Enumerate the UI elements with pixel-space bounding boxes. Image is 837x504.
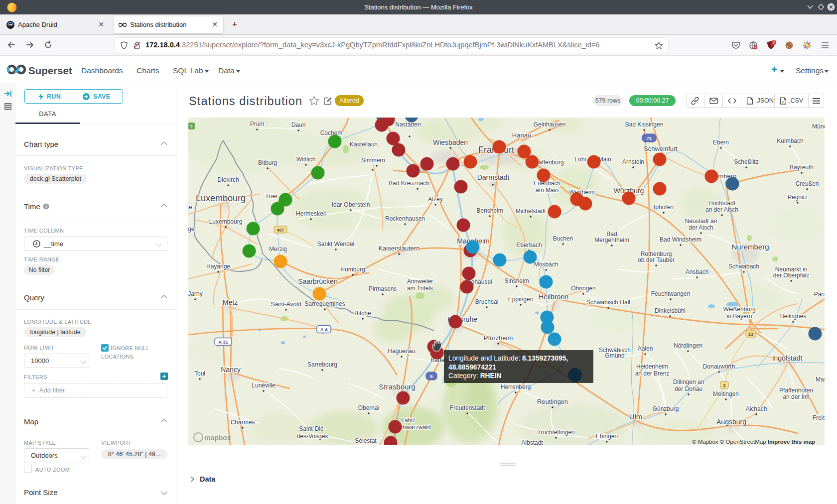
svg-text:an der Aisch: an der Aisch	[705, 206, 738, 213]
svg-text:Kaiserslautern: Kaiserslautern	[378, 245, 419, 252]
svg-text:© Mapbox © OpenStreetMap Impro: © Mapbox © OpenStreetMap Improve this ma…	[692, 439, 815, 445]
svg-text:Haguenau: Haguenau	[388, 348, 415, 355]
svg-text:Hanau: Hanau	[512, 131, 531, 139]
svg-text:Bad Windsheim: Bad Windsheim	[660, 236, 701, 243]
svg-text:Lahr/: Lahr/	[401, 417, 415, 424]
svg-text:71: 71	[647, 135, 652, 141]
svg-text:Freudenstadt: Freudenstadt	[450, 404, 485, 411]
svg-text:Daun: Daun	[291, 122, 306, 128]
svg-text:Rockenhausen: Rockenhausen	[385, 215, 425, 222]
svg-text:Bensheim: Bensheim	[476, 207, 503, 214]
svg-text:Schwäbisch Hall: Schwäbisch Hall	[586, 299, 630, 306]
svg-text:Pegnitz: Pegnitz	[788, 194, 808, 201]
svg-text:Eberbach: Eberbach	[516, 242, 542, 249]
svg-text:Prüm: Prüm	[250, 121, 265, 127]
svg-text:Longitude and Latitude: 8.1359: Longitude and Latitude: 8.1359273095,	[448, 355, 568, 362]
svg-text:am Main: am Main	[536, 187, 558, 194]
svg-text:407: 407	[277, 228, 284, 233]
svg-text:Mainburg: Mainburg	[816, 376, 825, 383]
svg-text:5: 5	[190, 124, 193, 128]
svg-text:der Oberpfalz: der Oberpfalz	[773, 272, 810, 279]
svg-text:Dinkelsbühl: Dinkelsbühl	[655, 307, 686, 314]
svg-text:Meitingen: Meitingen	[713, 390, 739, 397]
svg-text:Sarreguemines: Sarreguemines	[304, 300, 345, 307]
svg-text:Ansbach: Ansbach	[686, 268, 709, 275]
svg-text:Herrenberg: Herrenberg	[501, 383, 531, 390]
svg-text:Sinsheim: Sinsheim	[504, 277, 529, 284]
svg-text:der Donau: der Donau	[675, 385, 702, 392]
svg-text:x: x	[782, 100, 784, 104]
svg-text:Buchen: Buchen	[553, 235, 573, 242]
svg-text:mapbox: mapbox	[204, 434, 231, 442]
svg-text:Toul: Toul	[194, 370, 205, 377]
svg-text:Hermeskeil: Hermeskeil	[296, 210, 326, 217]
svg-text:Trochtelfingen: Trochtelfingen	[537, 429, 575, 436]
svg-text:Höchstadt: Höchstadt	[708, 200, 736, 207]
svg-text:Strasbourg: Strasbourg	[379, 382, 415, 391]
svg-text:Mergentheim: Mergentheim	[594, 237, 629, 244]
svg-text:Arnstein: Arnstein	[622, 158, 644, 165]
svg-text:Reutlingen: Reutlingen	[537, 398, 568, 405]
svg-text:Eppingen: Eppingen	[508, 296, 534, 303]
svg-text:Wittlich: Wittlich	[296, 156, 316, 163]
svg-text:Gelnhausen: Gelnhausen	[534, 121, 566, 128]
svg-text:13: 13	[748, 332, 753, 337]
svg-text:Ebern: Ebern	[713, 139, 729, 146]
svg-text:Heilbronn: Heilbronn	[539, 293, 568, 301]
svg-text:Ehingen: Ehingen	[596, 433, 618, 440]
svg-text:Hayange: Hayange	[206, 263, 230, 270]
svg-text:Aalen: Aalen	[638, 345, 653, 352]
svg-text:Ingolstadt: Ingolstadt	[772, 354, 803, 362]
svg-text:5: 5	[430, 374, 433, 379]
svg-text:Michelstadt: Michelstadt	[516, 208, 546, 215]
svg-text:an der Brenz: an der Brenz	[635, 370, 670, 377]
svg-text:Nancy: Nancy	[221, 366, 241, 374]
svg-text:Merzig: Merzig	[269, 246, 287, 252]
svg-text:Pirmasens: Pirmasens	[369, 285, 397, 292]
svg-text:in Bayern: in Bayern	[727, 313, 752, 320]
svg-text:Günzburg: Günzburg	[653, 405, 679, 412]
svg-text:Metz: Metz	[223, 298, 238, 306]
svg-text:Pfaffenhofen: Pfaffenhofen	[779, 387, 813, 394]
svg-text:48.8859674221: 48.8859674221	[448, 364, 496, 371]
svg-text:Neustadt an: Neustadt an	[685, 218, 717, 225]
svg-text:Weißenburg: Weißenburg	[723, 306, 755, 313]
svg-text:Saint-Avold: Saint-Avold	[271, 301, 301, 308]
svg-text:Aichach: Aichach	[746, 405, 767, 412]
svg-text:A 4: A 4	[320, 327, 328, 332]
svg-text:Feuchtwangen: Feuchtwangen	[651, 290, 691, 297]
svg-text:Bitche: Bitche	[354, 310, 371, 317]
svg-text:ne: ne	[188, 204, 192, 211]
svg-text:Creußen: Creußen	[796, 180, 819, 187]
svg-text:Saarbrücken: Saarbrücken	[298, 277, 337, 285]
svg-text:Sélestat: Sélestat	[355, 437, 377, 444]
svg-text:Augsburg: Augsburg	[716, 418, 746, 426]
svg-text:Cochem: Cochem	[320, 129, 343, 136]
svg-text:Wiesbaden: Wiesbaden	[433, 138, 468, 146]
svg-text:Simmern: Simmern	[361, 157, 385, 164]
svg-text:Diekirch: Diekirch	[217, 176, 239, 183]
svg-text:Öhringen: Öhringen	[571, 285, 595, 292]
svg-text:der Aisch: der Aisch	[689, 224, 713, 231]
svg-text:Gmünd: Gmünd	[605, 352, 624, 359]
svg-text:Iphofen: Iphofen	[654, 204, 674, 211]
svg-text:Mosbach: Mosbach	[534, 261, 558, 268]
svg-text:Nördlingen: Nördlingen	[674, 342, 702, 349]
svg-text:Darmstadt: Darmstadt	[477, 173, 510, 181]
svg-text:Luxembourg: Luxembourg	[196, 193, 246, 203]
svg-text:des-Vosges: des-Vosges	[297, 433, 328, 440]
svg-text:Ulm: Ulm	[629, 412, 643, 421]
svg-text:an der Ilm: an der Ilm	[783, 393, 809, 400]
svg-text:Nastätten: Nastätten	[395, 121, 420, 128]
svg-text:Lunéville: Lunéville	[252, 382, 276, 389]
svg-text:Charmes: Charmes	[231, 419, 255, 426]
svg-text:Bitburg: Bitburg	[258, 159, 277, 166]
svg-text:Annweiler: Annweiler	[407, 278, 433, 285]
svg-text:Homburg: Homburg	[340, 266, 365, 273]
svg-text:Donauwörth: Donauwörth	[703, 363, 735, 370]
svg-text:Obernai: Obernai	[358, 404, 380, 411]
svg-text:Schwabach: Schwabach	[728, 263, 759, 270]
svg-text:Kastellaun: Kastellaun	[350, 141, 378, 148]
svg-text:Sankt Wendel: Sankt Wendel	[317, 241, 355, 248]
svg-text:Münchberg: Münchberg	[812, 123, 825, 130]
